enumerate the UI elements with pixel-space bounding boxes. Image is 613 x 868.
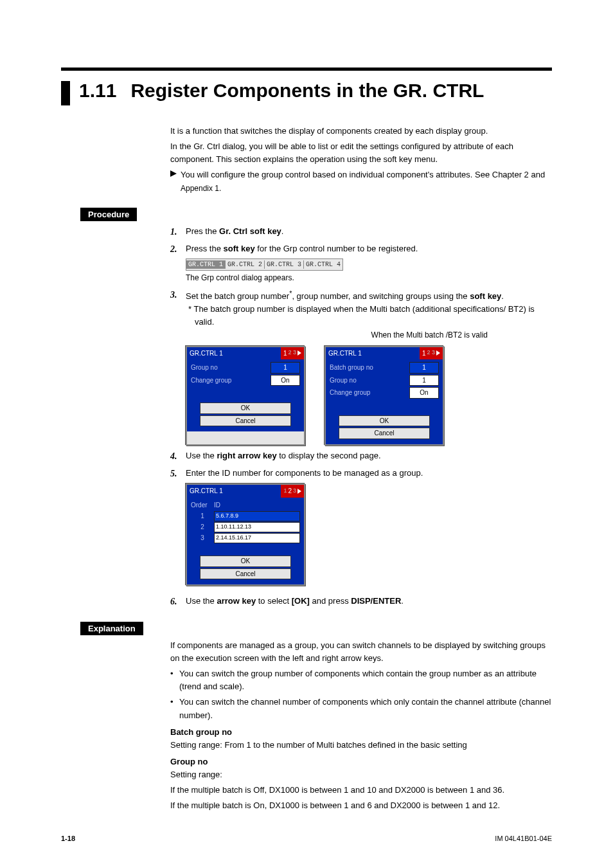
exp-subhead: Batch group no xyxy=(170,726,552,739)
section-heading: 1.11 Register Components in the GR. CTRL xyxy=(61,80,552,105)
col-header: ID xyxy=(214,500,220,511)
heading-bar xyxy=(61,81,70,105)
step-number: 4. xyxy=(170,449,186,464)
field-label: Group no xyxy=(330,375,357,386)
arrow-icon xyxy=(170,170,177,177)
chevron-right-icon xyxy=(298,489,301,494)
id-cell[interactable]: 1.10.11.12.13 xyxy=(214,522,300,532)
svg-marker-0 xyxy=(170,170,177,177)
step-number: 5. xyxy=(170,467,186,586)
svg-marker-2 xyxy=(436,350,440,356)
field-value[interactable]: 1 xyxy=(409,362,439,374)
exp-p1: If components are managed as a group, yo… xyxy=(170,639,552,665)
svg-marker-3 xyxy=(298,489,301,494)
ok-button[interactable]: OK xyxy=(200,556,291,567)
field-value[interactable]: On xyxy=(271,375,300,386)
step-1: Pres the Gr. Ctrl soft key. xyxy=(186,225,552,239)
exp-bullet: You can switch the channel number of com… xyxy=(179,696,552,721)
cancel-button[interactable]: Cancel xyxy=(339,428,430,439)
section-rule xyxy=(61,68,552,71)
order-cell: 3 xyxy=(191,533,214,543)
dialog-pager: 12 3 xyxy=(281,347,304,360)
step-5: Enter the ID number for components to be… xyxy=(186,467,552,586)
step-6: Use the arrow key to select [OK] and pre… xyxy=(186,595,552,609)
gr-ctrl-dialog-bt2: GR.CTRL 1 12 3 Batch group no1 Group no1… xyxy=(324,346,444,446)
id-cell[interactable]: 5.6.7.8.9 xyxy=(214,511,300,521)
cancel-button[interactable]: Cancel xyxy=(200,568,291,580)
cancel-button[interactable]: Cancel xyxy=(200,415,291,427)
dialog-title: GR.CTRL 1 xyxy=(187,347,281,360)
gr-ctrl-dialog-basic: GR.CTRL 1 12 3 Group no1 Change groupOn … xyxy=(186,346,305,446)
step-2: Press the soft key for the Grp control n… xyxy=(186,242,552,284)
field-value[interactable]: 1 xyxy=(409,375,439,386)
page-footer: 1-18 IM 04L41B01-04E xyxy=(61,835,552,842)
step-number: 1. xyxy=(170,225,186,239)
exp-line: Setting range: xyxy=(170,768,552,781)
dialog-title: GR.CTRL 1 xyxy=(187,485,281,498)
dialog-title: GR.CTRL 1 xyxy=(326,347,420,360)
section-title: Register Components in the GR. CTRL xyxy=(130,80,484,102)
step-3-footnote: * The batch group number is displayed wh… xyxy=(195,303,552,329)
step-number: 3. xyxy=(170,288,186,446)
chevron-right-icon xyxy=(436,350,440,356)
intro-block: It is a function that switches the displ… xyxy=(170,125,552,197)
exp-subhead: Group no xyxy=(170,755,552,768)
ok-button[interactable]: OK xyxy=(200,402,291,414)
id-cell[interactable]: 2.14.15.16.17 xyxy=(214,533,300,543)
exp-line: If the multiple batch is On, DX1000 is b… xyxy=(170,799,552,812)
field-value[interactable]: On xyxy=(409,387,439,399)
section-number: 1.11 xyxy=(79,80,116,102)
gr-ctrl-dialog-ids: GR.CTRL 1 123 OrderID 15.6.7.8.9 21.10.1… xyxy=(186,484,305,586)
explanation-label: Explanation xyxy=(80,622,143,635)
exp-bullet: You can switch the group number of compo… xyxy=(179,667,552,693)
field-label: Batch group no xyxy=(330,363,373,373)
step-3: Set the batch group number*, group numbe… xyxy=(186,288,552,446)
intro-p3: You will configure the group control bas… xyxy=(181,168,552,194)
step-2-note: The Grp control dialog appears. xyxy=(186,272,552,284)
field-label: Group no xyxy=(191,363,218,373)
intro-p2: In the Gr. Ctrl dialog, you will be able… xyxy=(170,140,552,166)
chevron-right-icon xyxy=(298,350,301,356)
bullet-icon: • xyxy=(170,667,179,693)
field-value[interactable]: 1 xyxy=(271,362,300,374)
field-label: Change group xyxy=(330,388,370,398)
svg-marker-1 xyxy=(298,350,301,356)
dialog-pager: 123 xyxy=(281,485,304,498)
field-label: Change group xyxy=(191,375,231,386)
dialog-caption: When the Multi batch /BT2 is valid xyxy=(371,330,488,339)
softkey-bar: GR.CTRL 1GR.CTRL 2GR.CTRL 3GR.CTRL 4 xyxy=(186,258,343,271)
intro-p1: It is a function that switches the displ… xyxy=(170,125,552,138)
order-cell: 1 xyxy=(191,511,214,521)
col-header: Order xyxy=(191,500,214,511)
exp-line: Setting range: From 1 to the number of M… xyxy=(170,739,552,752)
step-4: Use the right arrow key to display the s… xyxy=(186,449,552,464)
page-number: 1-18 xyxy=(61,835,75,842)
order-cell: 2 xyxy=(191,522,214,532)
doc-id: IM 04L41B01-04E xyxy=(495,835,552,842)
bullet-icon: • xyxy=(170,696,179,721)
procedure-label: Procedure xyxy=(80,208,137,221)
step-number: 2. xyxy=(170,242,186,284)
dialog-pager: 12 3 xyxy=(420,347,443,360)
exp-line: If the multiple batch is Off, DX1000 is … xyxy=(170,784,552,797)
ok-button[interactable]: OK xyxy=(339,415,430,427)
step-number: 6. xyxy=(170,595,186,609)
